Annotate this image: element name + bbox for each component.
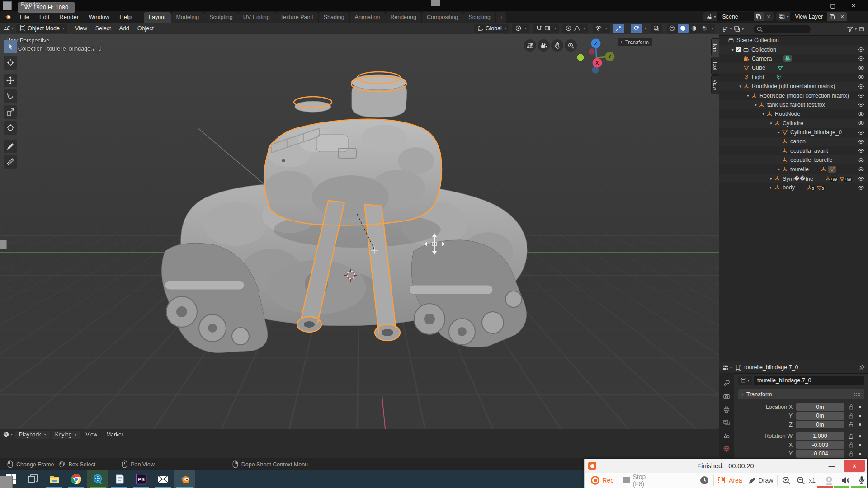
mesh-badge[interactable] bbox=[828, 166, 836, 173]
scene-selector[interactable]: ▾ Scene ✕ bbox=[703, 12, 774, 21]
transform-value-field[interactable]: 0m bbox=[796, 421, 844, 428]
empty-icon[interactable] bbox=[774, 175, 780, 182]
scene-unlink-button[interactable]: ✕ bbox=[764, 12, 774, 21]
expand-down-icon[interactable]: ▾ bbox=[730, 47, 736, 52]
view-layer-remove-button[interactable]: ✕ bbox=[837, 12, 847, 21]
taskbar-recorder-app[interactable] bbox=[87, 470, 108, 488]
outliner-row[interactable]: ▸body55 bbox=[719, 183, 868, 192]
timeline-menu-keying[interactable]: Keying▾ bbox=[52, 431, 80, 439]
overlays-dropdown[interactable]: ▾ bbox=[644, 26, 646, 30]
navigation-gizmo[interactable]: Z Y X bbox=[569, 37, 623, 80]
gizmo-toggle[interactable] bbox=[613, 24, 624, 33]
zoom-in-tool[interactable] bbox=[782, 476, 791, 485]
window-maximize-button[interactable]: ▢ bbox=[824, 1, 842, 10]
zoom-out-tool[interactable] bbox=[796, 476, 805, 485]
outliner-row[interactable]: ▾tank usa fallout test.fbx bbox=[719, 100, 868, 109]
transform-value-field[interactable]: 0m bbox=[796, 412, 844, 420]
visibility-eye-icon[interactable] bbox=[858, 111, 864, 117]
workspace-tab-animation[interactable]: Animation bbox=[350, 12, 385, 23]
visibility-eye-icon[interactable] bbox=[858, 157, 864, 164]
checkbox-checked-icon[interactable]: ✓ bbox=[736, 47, 741, 52]
lock-open-icon[interactable] bbox=[848, 450, 854, 457]
viewport-menu-add[interactable]: Add bbox=[115, 25, 133, 32]
mesh-icon[interactable] bbox=[743, 65, 750, 71]
workspace-tab-rendering[interactable]: Rendering bbox=[385, 12, 421, 23]
tool-annotate-button[interactable] bbox=[4, 140, 17, 153]
animate-dot-icon[interactable] bbox=[859, 444, 861, 446]
shading-wireframe-button[interactable] bbox=[667, 24, 678, 33]
timeline-menu-view[interactable]: View bbox=[82, 431, 101, 439]
sidebar-tab-view[interactable]: View bbox=[711, 75, 719, 94]
transform-value-field[interactable]: 1.000 bbox=[796, 432, 844, 440]
animate-dot-icon[interactable] bbox=[859, 453, 861, 455]
gizmo-neg-y-ball[interactable] bbox=[577, 54, 584, 61]
view-layer-icon[interactable]: ▾ bbox=[776, 12, 790, 21]
editor-type-icon[interactable]: ▾ bbox=[4, 25, 14, 32]
record-button-icon[interactable] bbox=[591, 476, 599, 485]
tank-model[interactable] bbox=[0, 34, 719, 429]
gizmo-neg-z-ball[interactable] bbox=[592, 67, 599, 74]
outliner-row[interactable]: ▾RootNode (gltf orientation matrix) bbox=[719, 82, 868, 91]
animate-dot-icon[interactable] bbox=[859, 435, 861, 437]
visibility-eye-icon[interactable] bbox=[858, 120, 864, 127]
transform-panel-collapsed[interactable]: ▸ Transform bbox=[618, 38, 652, 46]
empty-badge[interactable] bbox=[821, 166, 826, 172]
mesh-badge[interactable]: 5 bbox=[816, 185, 825, 191]
lock-open-icon[interactable] bbox=[848, 413, 854, 419]
mode-dropdown[interactable]: Object Mode ▾ bbox=[16, 24, 67, 33]
visibility-eye-icon[interactable] bbox=[858, 101, 864, 108]
tool-select-box-button[interactable] bbox=[4, 40, 17, 53]
expand-down-icon[interactable]: ▾ bbox=[737, 84, 743, 89]
properties-editor-icon[interactable]: ▾ bbox=[722, 364, 732, 371]
xray-toggle[interactable] bbox=[651, 24, 662, 33]
outliner-row[interactable]: ▾Cylindre bbox=[719, 119, 868, 128]
empty-icon[interactable] bbox=[774, 120, 780, 127]
animate-dot-icon[interactable] bbox=[859, 415, 861, 417]
stop-icon[interactable] bbox=[623, 477, 629, 483]
tool-move-button[interactable] bbox=[4, 74, 17, 87]
draw-tool[interactable]: Draw bbox=[748, 476, 774, 485]
visibility-dropdown[interactable]: ▾ bbox=[593, 24, 610, 33]
properties-tab-output[interactable] bbox=[723, 406, 730, 413]
outliner-row[interactable]: ▸tourelle bbox=[719, 164, 868, 174]
mesh-icon[interactable] bbox=[782, 129, 788, 136]
scene-copy-button[interactable] bbox=[754, 12, 764, 21]
workspace-tab-sculpting[interactable]: Sculpting bbox=[204, 12, 237, 23]
empty-icon[interactable] bbox=[782, 166, 788, 173]
menu-window[interactable]: Window bbox=[84, 11, 114, 23]
orientation-dropdown[interactable]: Global ▾ bbox=[474, 24, 509, 33]
lock-open-icon[interactable] bbox=[848, 433, 854, 440]
light-icon[interactable] bbox=[743, 74, 750, 80]
outliner-row[interactable]: Light bbox=[719, 73, 868, 82]
empty-icon[interactable] bbox=[782, 148, 788, 154]
shading-dropdown[interactable]: ▾ bbox=[712, 26, 715, 30]
transform-section-header[interactable]: ▾ Transform bbox=[738, 389, 864, 399]
outliner-row[interactable]: canon bbox=[719, 137, 868, 146]
outliner-row[interactable]: ▾✓Collection bbox=[719, 45, 868, 54]
lock-open-icon[interactable] bbox=[848, 404, 854, 410]
taskbar-explorer[interactable] bbox=[43, 470, 65, 488]
taskbar-photoshop[interactable]: PS bbox=[130, 470, 152, 488]
workspace-tab-texture-paint[interactable]: Texture Paint bbox=[275, 12, 318, 23]
delay-clock-icon[interactable] bbox=[699, 475, 709, 485]
menu-help[interactable]: Help bbox=[114, 11, 137, 23]
workspace-tab-compositing[interactable]: Compositing bbox=[422, 12, 463, 23]
viewport-menu-object[interactable]: Object bbox=[133, 25, 158, 32]
grid-icon[interactable] bbox=[524, 39, 536, 52]
expand-down-icon[interactable]: ▾ bbox=[745, 94, 751, 98]
properties-tab-world[interactable] bbox=[723, 445, 730, 452]
properties-tab-render[interactable] bbox=[723, 393, 730, 400]
empty-icon[interactable] bbox=[782, 138, 788, 145]
camera-icon[interactable] bbox=[538, 39, 550, 52]
webcam-icon[interactable] bbox=[824, 475, 834, 485]
outliner-row[interactable]: Camera bbox=[719, 54, 868, 63]
sidebar-tab-tool[interactable]: Tool bbox=[711, 57, 719, 74]
shading-solid-button[interactable] bbox=[678, 24, 689, 33]
blender-logo-icon[interactable] bbox=[5, 14, 11, 20]
empty-icon[interactable] bbox=[743, 83, 750, 89]
properties-tab-tool[interactable] bbox=[723, 380, 730, 387]
outliner-row[interactable]: ▾RootNode bbox=[719, 109, 868, 118]
visibility-eye-icon[interactable] bbox=[858, 65, 864, 71]
timeline-menu-playback[interactable]: Playback▾ bbox=[15, 431, 50, 439]
visibility-eye-icon[interactable] bbox=[858, 92, 864, 99]
